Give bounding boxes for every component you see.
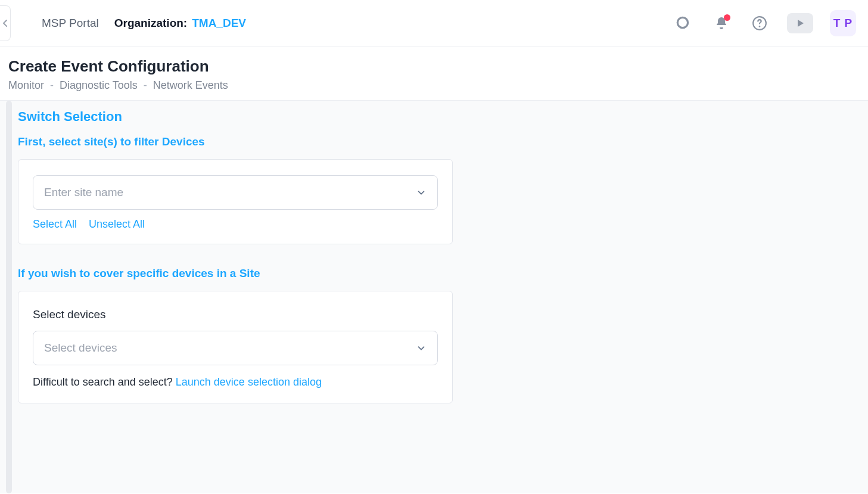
topbar: MSP Portal Organization: TMA_DEV T P (0, 0, 868, 46)
breadcrumb-separator: - (144, 79, 147, 92)
site-select-actions: Select All Unselect All (33, 218, 438, 231)
notification-dot (724, 14, 730, 21)
scroll-track[interactable] (6, 101, 12, 493)
breadcrumb-item[interactable]: Network Events (153, 79, 228, 92)
search-button[interactable] (673, 13, 694, 34)
page-title: Create Event Configuration (8, 57, 868, 76)
content-area: Switch Selection First, select site(s) t… (0, 100, 868, 493)
site-select[interactable]: Enter site name (33, 175, 438, 210)
page-header: Create Event Configuration Monitor - Dia… (0, 46, 868, 100)
organization-label: Organization: (114, 17, 187, 30)
topbar-left: MSP Portal Organization: TMA_DEV (0, 5, 246, 41)
search-icon (676, 15, 691, 31)
breadcrumb-separator: - (50, 79, 54, 92)
device-helper-line: Difficult to search and select? Launch d… (33, 376, 438, 389)
device-select[interactable]: Select devices (33, 331, 438, 365)
select-all-link[interactable]: Select All (33, 218, 77, 231)
play-button[interactable] (787, 13, 813, 33)
device-filter-label: If you wish to cover specific devices in… (18, 267, 850, 280)
site-filter-label: First, select site(s) to filter Devices (18, 135, 850, 148)
user-avatar[interactable]: T P (830, 10, 856, 36)
chevron-down-icon (416, 187, 427, 198)
unselect-all-link[interactable]: Unselect All (89, 218, 145, 231)
organization-name[interactable]: TMA_DEV (192, 17, 246, 30)
svg-point-2 (759, 26, 761, 27)
site-select-placeholder: Enter site name (44, 186, 123, 199)
help-button[interactable] (749, 13, 770, 34)
breadcrumb-item[interactable]: Monitor (8, 79, 44, 92)
msp-portal-link[interactable]: MSP Portal (42, 17, 99, 30)
switch-selection-section: Switch Selection First, select site(s) t… (0, 101, 868, 427)
device-helper-text: Difficult to search and select? (33, 376, 176, 388)
breadcrumb: Monitor - Diagnostic Tools - Network Eve… (8, 79, 868, 92)
help-icon (752, 15, 767, 31)
launch-device-dialog-link[interactable]: Launch device selection dialog (176, 376, 322, 388)
notifications-button[interactable] (711, 13, 732, 34)
section-title: Switch Selection (18, 109, 850, 125)
device-filter-panel: Select devices Select devices Difficult … (18, 291, 453, 403)
device-select-placeholder: Select devices (44, 341, 117, 355)
play-icon (795, 18, 805, 28)
topbar-right: T P (673, 10, 856, 36)
chevron-down-icon (416, 343, 427, 353)
chevron-left-icon (2, 19, 8, 27)
collapse-sidebar-button[interactable] (0, 5, 11, 41)
svg-point-0 (677, 17, 687, 27)
breadcrumb-item[interactable]: Diagnostic Tools (60, 79, 138, 92)
device-field-label: Select devices (33, 308, 438, 321)
site-filter-panel: Enter site name Select All Unselect All (18, 159, 453, 244)
